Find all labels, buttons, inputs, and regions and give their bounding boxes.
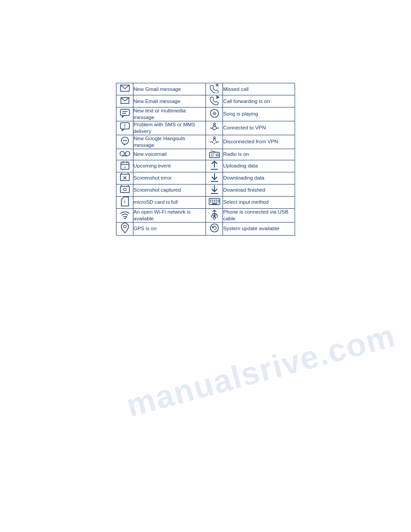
svg-point-13 [213, 126, 216, 130]
system-update-icon [210, 223, 219, 233]
vpn-connected-icon-cell [206, 121, 223, 135]
voicemail-icon-cell [116, 149, 133, 160]
wifi-open-icon-cell [116, 208, 133, 222]
svg-point-46 [124, 188, 126, 191]
svg-rect-60 [218, 202, 219, 202]
svg-point-19 [124, 140, 125, 141]
screenshot-error-icon-cell [116, 172, 133, 184]
sms-problem-icon-cell: ! [116, 121, 133, 135]
svg-point-26 [125, 151, 130, 156]
song-icon-cell [206, 107, 223, 121]
svg-point-30 [216, 154, 218, 156]
svg-rect-52 [212, 200, 213, 201]
hangouts-icon-cell [116, 135, 133, 149]
gps-icon-cell [116, 222, 133, 235]
sms-icon [120, 109, 130, 118]
gps-icon [120, 223, 129, 233]
table-row: 1Upcoming eventUploading data [116, 160, 295, 172]
download-icon [210, 172, 219, 182]
call-forward-icon [209, 95, 220, 105]
svg-text:1: 1 [124, 165, 126, 169]
sms-icon-cell [116, 107, 133, 121]
vpn-disconnected-icon [210, 136, 219, 146]
sms-problem-label: Problem with SMS or MMS delivery [133, 121, 206, 135]
microsd-full-label: microSD card is full [133, 196, 206, 208]
svg-rect-56 [210, 202, 211, 202]
email-icon-cell [116, 95, 133, 107]
radio-icon [209, 149, 220, 158]
svg-rect-58 [214, 202, 215, 202]
svg-rect-61 [212, 203, 217, 204]
gps-label: GPS is on [133, 222, 206, 235]
call-forward-icon-cell [206, 95, 223, 107]
vpn-connected-icon [210, 122, 219, 132]
radio-icon-cell [206, 149, 223, 160]
sms-problem-icon: ! [120, 122, 130, 132]
missed-call-icon [209, 83, 220, 93]
svg-point-25 [120, 151, 124, 156]
hangouts-icon [120, 136, 130, 146]
table-row: !microSD card is fullSelect input method [116, 196, 295, 208]
missed-call-icon-cell [206, 83, 223, 95]
voicemail-label: New voicemail [133, 149, 206, 160]
table-row: New Gmail messageMissed call [116, 83, 295, 95]
screenshot-error-label: Screenshot error [133, 172, 206, 184]
svg-point-18 [123, 140, 124, 141]
sms-label: New text or multimedia message [133, 107, 206, 121]
svg-rect-53 [214, 200, 215, 201]
screenshot-error-icon [120, 173, 130, 182]
vpn-connected-label: Connected to VPN [223, 121, 295, 135]
svg-point-73 [210, 224, 218, 232]
notification-icons-table: New Gmail messageMissed callNew Email me… [116, 83, 295, 236]
svg-point-16 [214, 123, 215, 124]
download-icon-cell [206, 172, 223, 184]
table-row: New text or multimedia messageSong is pl… [116, 107, 295, 121]
table-row: New Email messageCall forwarding is on [116, 95, 295, 107]
table-row: Screenshot capturedDownload finished [116, 184, 295, 196]
svg-point-20 [125, 140, 126, 141]
svg-text:!: ! [124, 200, 125, 204]
svg-rect-28 [210, 152, 219, 158]
usb-icon [210, 209, 219, 220]
svg-rect-59 [216, 202, 217, 202]
svg-rect-67 [211, 215, 214, 217]
svg-rect-55 [218, 200, 219, 201]
svg-text:!: ! [124, 124, 125, 129]
table-row: New voicemailRadio is on [116, 149, 295, 160]
gmail-icon [120, 85, 130, 92]
download-done-icon-cell [206, 184, 223, 196]
download-done-icon [210, 184, 219, 194]
table-row: An open Wi-Fi network is availablePhone … [116, 208, 295, 222]
svg-rect-57 [212, 202, 213, 202]
upload-icon [210, 160, 219, 170]
wifi-open-label: An open Wi-Fi network is available [133, 208, 206, 222]
table-row: Screenshot errorDownloading data [116, 172, 295, 184]
microsd-full-icon-cell: ! [116, 196, 133, 208]
email-label: New Email message [133, 95, 206, 107]
svg-point-71 [213, 217, 215, 219]
table-row: GPS is onSystem update available [116, 222, 295, 235]
download-label: Downloading data [223, 172, 295, 184]
radio-label: Radio is on [223, 149, 295, 160]
calendar-icon-cell: 1 [116, 160, 133, 172]
keyboard-icon [209, 198, 220, 205]
svg-point-10 [214, 113, 215, 114]
missed-call-label: Missed call [223, 83, 295, 95]
svg-point-24 [214, 137, 215, 138]
watermark: manualsrive.com [122, 317, 399, 424]
gmail-label: New Gmail message [133, 83, 206, 95]
keyboard-label: Select input method [223, 196, 295, 208]
svg-rect-45 [120, 186, 129, 193]
song-label: Song is playing [223, 107, 295, 121]
upload-icon-cell [206, 160, 223, 172]
svg-rect-54 [216, 200, 217, 201]
table-row: New Google Hangouts messageDisconnected … [116, 135, 295, 149]
screenshot-captured-icon-cell [116, 184, 133, 196]
svg-rect-5 [120, 109, 129, 116]
system-update-icon-cell [206, 222, 223, 235]
email-icon [120, 97, 129, 104]
svg-rect-51 [210, 200, 211, 201]
song-icon [210, 108, 219, 118]
wifi-open-icon [120, 210, 130, 219]
calendar-label: Upcoming event [133, 160, 206, 172]
